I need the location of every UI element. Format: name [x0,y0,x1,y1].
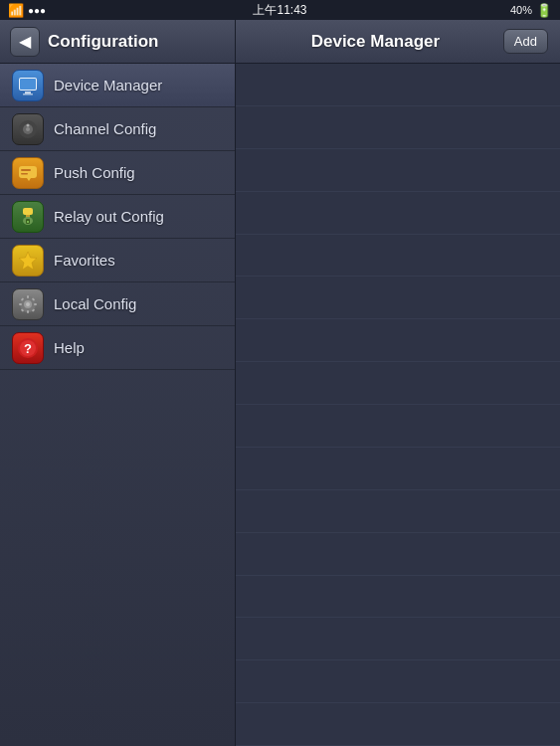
app-container: ◀ Configuration Device Manager Add [0,20,560,746]
svg-rect-12 [23,208,33,215]
device-manager-icon [12,70,44,101]
main-content [236,64,560,746]
sidebar-item-favorites[interactable]: Favorites [0,239,235,282]
grid-lines [236,64,560,746]
sidebar-item-channel-config[interactable]: Channel Config [0,107,235,151]
svg-rect-22 [27,310,29,313]
sidebar-item-relay-out-config[interactable]: Relay out Config [0,195,235,239]
sidebar-item-device-manager-label: Device Manager [54,77,162,93]
status-bar: 📶 ●●● 上午11:43 40% 🔋 [0,0,560,20]
content-area: Device Manager Channel Config [0,64,560,746]
grid-row [236,235,560,278]
svg-rect-8 [19,166,37,178]
signal-dots: ●●● [28,5,46,16]
battery-percent: 40% [510,4,532,16]
grid-row [236,405,560,448]
sidebar-item-local-config[interactable]: Local Config [0,282,235,326]
grid-row [236,576,560,619]
grid-row [236,490,560,533]
grid-row [236,660,560,703]
back-arrow-icon: ◀ [19,34,31,50]
grid-row [236,362,560,405]
add-button[interactable]: Add [503,29,548,54]
help-icon: ? [12,332,44,364]
main-header: Device Manager Add [236,20,560,63]
status-time: 上午11:43 [253,2,306,19]
svg-point-20 [26,302,30,306]
sidebar-header: ◀ Configuration [0,20,236,63]
wifi-icon: 📶 [8,3,24,18]
svg-point-7 [27,123,30,126]
svg-text:?: ? [24,341,32,356]
grid-row [236,149,560,192]
grid-row [236,703,560,746]
sidebar-item-favorites-label: Favorites [54,252,115,269]
back-button[interactable]: ◀ [10,27,40,57]
svg-point-16 [27,221,29,223]
battery-icon: 🔋 [536,3,552,18]
svg-marker-11 [27,178,31,181]
sidebar-title: Configuration [48,32,158,52]
sidebar-item-push-config-label: Push Config [54,164,135,181]
sidebar-item-local-config-label: Local Config [54,295,136,312]
svg-rect-24 [34,303,37,305]
svg-rect-10 [21,173,28,175]
push-config-icon [12,157,44,189]
local-config-icon [12,288,44,320]
sidebar-item-device-manager[interactable]: Device Manager [0,64,235,107]
sidebar-item-channel-config-label: Channel Config [54,120,156,137]
nav-bar: ◀ Configuration Device Manager Add [0,20,560,64]
grid-row [236,64,560,106]
svg-rect-2 [23,93,33,95]
svg-rect-1 [25,92,31,93]
channel-config-icon [12,113,44,145]
svg-rect-3 [20,79,36,90]
grid-row [236,618,560,660]
status-left: 📶 ●●● [8,3,46,18]
grid-row [236,533,560,576]
grid-row [236,448,560,490]
svg-rect-21 [27,295,29,298]
grid-row [236,192,560,235]
svg-marker-17 [19,252,37,270]
grid-row [236,106,560,149]
favorites-icon [12,245,44,277]
relay-out-config-icon [12,201,44,233]
svg-point-6 [26,127,30,131]
sidebar-item-relay-out-config-label: Relay out Config [54,208,164,225]
grid-row [236,319,560,362]
sidebar-item-help[interactable]: ? Help [0,326,235,370]
sidebar-item-help-label: Help [54,339,85,356]
svg-rect-23 [19,303,22,305]
svg-rect-9 [21,169,31,171]
sidebar-item-push-config[interactable]: Push Config [0,151,235,195]
sidebar: Device Manager Channel Config [0,64,236,746]
grid-row [236,277,560,319]
main-title: Device Manager [248,32,503,52]
status-right: 40% 🔋 [510,3,552,18]
